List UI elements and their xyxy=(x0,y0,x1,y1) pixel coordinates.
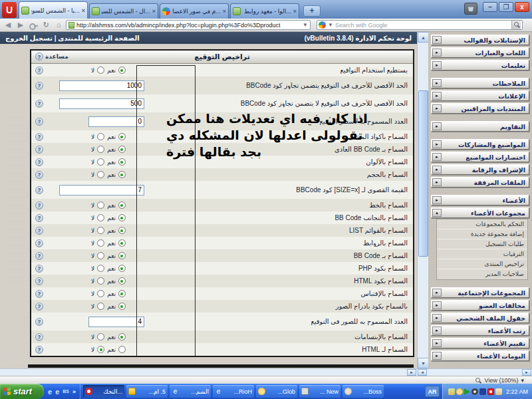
radio-yes[interactable] xyxy=(118,214,126,221)
radio-no[interactable] xyxy=(97,265,104,272)
radio-yes[interactable] xyxy=(118,239,126,247)
minimize-button[interactable]: – xyxy=(483,2,497,12)
search-magnifier-icon[interactable] xyxy=(511,21,521,29)
expand-arrow-icon[interactable]: ► xyxy=(432,61,442,69)
sidebar-item[interactable]: ► رتب الأعضاء xyxy=(431,325,529,336)
taskbar-window-button[interactable]: ...التحك xyxy=(83,385,124,398)
tab-close-icon[interactable] xyxy=(223,8,226,15)
number-input[interactable] xyxy=(59,80,144,91)
help-icon[interactable] xyxy=(35,303,43,311)
quicklaunch-icon[interactable]: e xyxy=(48,388,52,396)
radio-yes[interactable] xyxy=(118,303,126,310)
taskbar-window-button[interactable]: Glob... xyxy=(256,385,297,398)
taskbar-window-button[interactable]: Boss... xyxy=(342,385,384,398)
radio-no[interactable] xyxy=(97,303,104,310)
help-icon[interactable] xyxy=(35,265,43,273)
expand-arrow-icon[interactable]: ► xyxy=(432,104,442,112)
help-icon[interactable] xyxy=(35,66,43,74)
sidebar-item[interactable]: ► الملفات المرفقة xyxy=(431,177,529,188)
browser-logo[interactable]: U xyxy=(2,2,17,18)
radio-yes[interactable] xyxy=(118,252,126,259)
quicklaunch-icon[interactable]: » xyxy=(72,388,76,395)
radio-no[interactable] xyxy=(97,133,104,140)
help-icon[interactable] xyxy=(35,239,43,247)
admin-header-links[interactable]: الصفحة الرئيسية للمنتدى | تسجيل الخروج xyxy=(5,35,140,42)
number-input[interactable] xyxy=(59,98,144,109)
help-icon[interactable] xyxy=(35,118,43,126)
sidebar-subitem[interactable]: تراخيص المنتدى xyxy=(437,259,527,269)
expand-arrow-icon[interactable]: ► xyxy=(432,327,442,334)
help-icon[interactable] xyxy=(35,53,43,61)
help-icon[interactable] xyxy=(35,277,43,285)
expand-arrow-icon[interactable]: ► xyxy=(432,49,442,57)
radio-yes[interactable] xyxy=(118,146,126,153)
sidebar-subitem[interactable]: إضافة مجموعة جديدة xyxy=(437,229,527,239)
search-input[interactable]: Search with Google xyxy=(335,22,509,29)
expand-arrow-icon[interactable]: ► xyxy=(432,178,442,186)
radio-yes[interactable] xyxy=(118,66,126,74)
key-icon[interactable] xyxy=(28,20,39,30)
sidebar-subitem[interactable]: الترقيات xyxy=(437,249,527,259)
scroll-left-icon[interactable]: ◄ xyxy=(418,369,427,376)
browser-tab[interactable]: ...الوا - معهد روابط في بي] xyxy=(230,3,299,19)
tray-icon[interactable] xyxy=(479,388,486,395)
number-input[interactable] xyxy=(88,317,144,327)
radio-yes[interactable] xyxy=(118,201,126,209)
radio-yes[interactable] xyxy=(118,158,126,166)
help-icon[interactable] xyxy=(35,158,43,166)
zoom-magnifier-icon[interactable] xyxy=(475,377,482,384)
tab-close-icon[interactable] xyxy=(82,7,85,14)
browser-tab[interactable]: ...يا - الشمس للسوفت وير xyxy=(19,1,88,19)
tray-icon[interactable] xyxy=(448,388,455,395)
url-text[interactable]: http://alshmss.com/vb/admincp/index.php?… xyxy=(76,22,301,29)
sidebar-item[interactable]: ► تعليمات xyxy=(431,60,529,70)
sidebar-item[interactable]: ► اختصارات المواضيع xyxy=(431,152,529,162)
radio-yes[interactable] xyxy=(118,265,126,272)
expand-arrow-icon[interactable]: ► xyxy=(432,153,442,161)
help-icon[interactable] xyxy=(35,227,43,235)
home-button[interactable]: ⌂ xyxy=(53,20,64,30)
new-tab-button[interactable]: + xyxy=(303,5,321,17)
tray-icon[interactable] xyxy=(495,388,502,395)
expand-arrow-icon[interactable]: ▲ xyxy=(432,209,442,217)
radio-no[interactable] xyxy=(97,239,104,247)
radio-no[interactable] xyxy=(97,66,104,74)
radio-no[interactable] xyxy=(97,277,104,285)
radio-yes[interactable] xyxy=(118,346,126,353)
closed-tabs-trash-icon[interactable] xyxy=(464,3,477,15)
radio-no[interactable] xyxy=(97,158,104,166)
number-input[interactable] xyxy=(59,185,144,196)
expand-arrow-icon[interactable]: ► xyxy=(432,79,442,87)
help-icon[interactable] xyxy=(35,133,43,141)
tab-close-icon[interactable] xyxy=(293,8,297,15)
expand-arrow-icon[interactable]: ► xyxy=(432,122,442,130)
expand-arrow-icon[interactable]: ► xyxy=(432,140,442,148)
help-icon[interactable] xyxy=(35,186,43,194)
radio-yes[interactable] xyxy=(118,333,126,340)
zoom-level[interactable]: View (100%) xyxy=(485,377,519,384)
number-input[interactable] xyxy=(88,116,144,127)
start-button[interactable]: start xyxy=(0,384,44,399)
help-icon[interactable] xyxy=(35,100,43,108)
sidebar-item[interactable]: ► مخالفات العضو xyxy=(431,300,529,311)
sidebar-subitem[interactable]: التحكم بالمجموعات xyxy=(437,219,527,229)
sidebar-item[interactable]: ▲ مجموعات الأعضاء xyxy=(431,207,529,218)
close-button[interactable]: x xyxy=(515,2,529,12)
sidebar-item[interactable]: ► الأعضاء xyxy=(431,195,529,205)
vertical-scrollbar[interactable]: ▲ ▼ xyxy=(417,32,428,368)
sidebar-item[interactable]: ► تقييم الأعضاء xyxy=(431,338,529,348)
quicklaunch-icon[interactable]: e xyxy=(55,388,59,396)
sidebar-subitem[interactable]: صلاحيات المدير xyxy=(437,269,527,279)
help-icon[interactable] xyxy=(35,201,43,209)
help-icon[interactable] xyxy=(35,214,43,222)
tray-icon[interactable] xyxy=(456,388,463,395)
sidebar-item[interactable]: ► حقول الملف الشخصي xyxy=(431,313,529,323)
taskbar-window-button[interactable]: 5. ام... xyxy=(126,385,168,398)
tab-close-icon[interactable] xyxy=(152,8,156,15)
expand-arrow-icon[interactable]: ► xyxy=(432,196,442,204)
scroll-up-icon[interactable]: ▲ xyxy=(418,32,429,43)
sidebar-item[interactable]: ► المنتديات والمراقبين xyxy=(431,103,529,114)
browser-tab[interactable]: ...ال - الشمس للسوفت وير xyxy=(89,3,158,19)
radio-no[interactable] xyxy=(97,290,104,297)
help-icon[interactable] xyxy=(35,252,43,260)
